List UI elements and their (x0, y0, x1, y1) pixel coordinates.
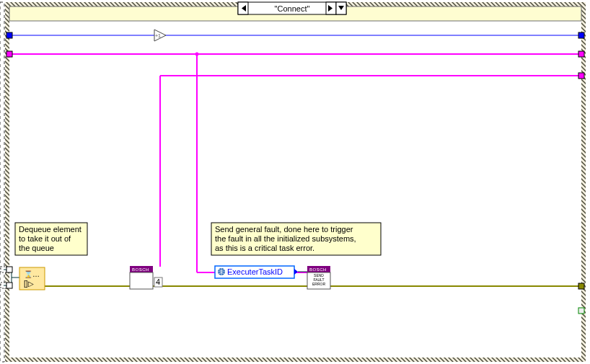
comment-dequeue-line2: to take it out of (19, 234, 71, 243)
tunnel-olive-right (578, 283, 584, 289)
outer-structure-left-edge (0, 2, 4, 362)
case-selector-label: "Connect" (275, 4, 310, 13)
tunnel-blue-left (6, 32, 12, 38)
labview-block-diagram: "Connect" +1 Dequeue element to take it … (0, 0, 590, 364)
tunnel-magenta-left-1 (6, 51, 12, 57)
tunnel-dark-left-1 (6, 267, 12, 272)
comment-dequeue-line1: Dequeue element (19, 225, 82, 234)
comment-fault-line3: as this is a critical task error. (215, 244, 314, 252)
dequeue-element-node[interactable]: ⌛… []▷ (19, 267, 45, 290)
queue-glyph-icon: []▷ (24, 280, 34, 288)
bosch-subvi-send-fault-error[interactable]: BOSCH SEND FAULT ERROR (307, 266, 330, 289)
bosch2-line3: ERROR (312, 282, 325, 286)
tunnel-magenta-right-1 (578, 51, 584, 57)
bosch-header-text-2: BOSCH (309, 267, 327, 272)
comment-fault: Send general fault, done here to trigger… (211, 223, 381, 255)
bosch-header-text-1: BOSCH (132, 267, 149, 272)
junction-magenta (195, 53, 199, 56)
svg-rect-8 (130, 272, 153, 289)
tunnel-blue-right (578, 32, 584, 38)
tunnel-magenta-right-2 (578, 73, 584, 79)
tunnel-spare-right (578, 308, 584, 314)
comment-fault-line2: the fault in all the initialized subsyst… (215, 234, 356, 243)
numeric-constant-4-value: 4 (156, 278, 160, 286)
hourglass-icon: ⌛… (24, 270, 40, 279)
executer-task-id-label: ExecuterTaskID (227, 267, 283, 276)
case-selector[interactable]: "Connect" (238, 2, 346, 14)
comment-dequeue: Dequeue element to take it out of the qu… (15, 223, 87, 255)
tunnel-dark-left-2 (6, 283, 12, 288)
comment-dequeue-line3: the queue (19, 244, 54, 252)
executer-task-id-control[interactable]: ExecuterTaskID (215, 266, 298, 278)
comment-fault-line1: Send general fault, done here to trigger (215, 225, 353, 234)
svg-text:+1: +1 (155, 33, 161, 38)
bosch-subvi-1[interactable]: BOSCH (130, 266, 153, 289)
case-structure-interior (9, 21, 581, 358)
numeric-constant-4[interactable]: 4 (154, 278, 162, 287)
